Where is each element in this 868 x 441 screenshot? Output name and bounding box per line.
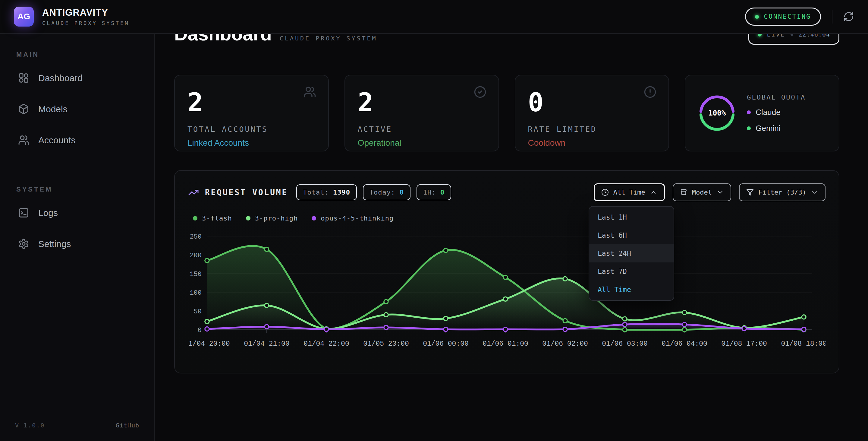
stat-sublabel: Linked Accounts: [187, 138, 315, 148]
stat-sublabel: Cooldown: [528, 138, 656, 148]
sidebar-item-label: Models: [38, 104, 67, 114]
sidebar-item-settings[interactable]: Settings: [11, 232, 143, 256]
quota-label: GLOBAL QUOTA: [747, 93, 806, 101]
chevron-down-icon: [811, 188, 818, 196]
time-range-dropdown-button[interactable]: All Time: [594, 183, 665, 201]
archive-icon: [680, 188, 687, 196]
sidebar-item-label: Dashboard: [38, 73, 83, 83]
stat-label: RATE LIMITED: [528, 125, 656, 134]
sidebar-section-system: SYSTEM: [16, 185, 143, 193]
status-dot: [755, 15, 759, 19]
one-hour-badge: 1H: 0: [416, 184, 451, 200]
sidebar-item-logs[interactable]: Logs: [11, 201, 143, 225]
refresh-button[interactable]: [843, 11, 854, 22]
stat-card-active: 2 ACTIVE Operational: [344, 75, 499, 151]
chart-legend: 3-flash 3-pro-high opus-4-5-thinking: [188, 214, 826, 222]
badge-label: Total:: [303, 188, 329, 196]
svg-text:200: 200: [190, 252, 202, 259]
stat-value: 2: [358, 89, 486, 115]
legend-item-3-flash[interactable]: 3-flash: [193, 214, 232, 222]
legend-item-opus-4-5-thinking[interactable]: opus-4-5-thinking: [312, 214, 394, 222]
check-circle-icon: [474, 86, 487, 99]
topbar: AG ANTIGRAVITY CLAUDE PROXY SYSTEM CONNE…: [0, 0, 868, 34]
status-text: CONNECTING: [764, 13, 811, 20]
sidebar-item-label: Settings: [38, 239, 71, 249]
divider: [832, 10, 832, 24]
menu-item-last-6h[interactable]: Last 6H: [589, 226, 674, 244]
app-logo: AG: [14, 7, 34, 27]
svg-text:01/06 02:00: 01/06 02:00: [542, 340, 588, 348]
svg-text:250: 250: [190, 233, 202, 241]
quota-percent: 100%: [698, 94, 736, 132]
users-icon: [304, 86, 316, 99]
badge-label: Today:: [370, 188, 395, 196]
quota-legend-gemini: Gemini: [747, 124, 806, 133]
connection-status-badge: CONNECTING: [745, 7, 821, 26]
filter-dropdown-button[interactable]: Filter (3/3): [739, 183, 826, 201]
gemini-dot: [747, 126, 751, 130]
grid-icon: [18, 72, 29, 84]
gear-icon: [18, 238, 29, 249]
sidebar-item-dashboard[interactable]: Dashboard: [11, 66, 143, 90]
alert-circle-icon: [644, 86, 656, 99]
chevron-up-icon: [650, 188, 657, 196]
svg-text:01/08 18:00: 01/08 18:00: [781, 340, 826, 348]
chevron-down-icon: [716, 188, 724, 196]
funnel-icon: [746, 188, 754, 196]
time-range-menu: Last 1H Last 6H Last 24H Last 7D All Tim…: [589, 206, 674, 301]
menu-item-last-1h[interactable]: Last 1H: [589, 208, 674, 226]
sidebar-item-label: Accounts: [38, 135, 75, 145]
clock-icon: [601, 188, 609, 196]
sidebar: MAIN Dashboard Models Accounts SYSTEM L: [0, 34, 155, 441]
app-title: ANTIGRAVITY: [42, 7, 129, 18]
svg-text:01/06 04:00: 01/06 04:00: [661, 340, 707, 348]
svg-text:01/06 00:00: 01/06 00:00: [423, 340, 468, 348]
legend-label: 3-flash: [202, 214, 232, 222]
svg-text:50: 50: [194, 308, 202, 316]
time-range-label: All Time: [613, 188, 645, 196]
main-content: Dashboard CLAUDE PROXY SYSTEM LIVE 22:46…: [155, 0, 868, 374]
today-badge: Today: 0: [363, 184, 410, 200]
legend-label: 3-pro-high: [255, 214, 298, 222]
app-version: V 1.0.0: [15, 422, 44, 429]
menu-item-last-24h[interactable]: Last 24H: [589, 244, 674, 262]
sidebar-item-accounts[interactable]: Accounts: [11, 128, 143, 152]
badge-label: 1H:: [423, 188, 436, 196]
stat-value: 2: [187, 89, 315, 115]
menu-item-last-7d[interactable]: Last 7D: [589, 262, 674, 281]
github-link[interactable]: GitHub: [116, 422, 139, 429]
request-volume-line-chart[interactable]: 05010015020025001/04 20:0001/04 21:0001/…: [188, 229, 826, 350]
legend-label: opus-4-5-thinking: [321, 214, 394, 222]
model-label: Model: [692, 188, 712, 196]
series-dot: [312, 216, 316, 220]
svg-text:0: 0: [198, 327, 202, 334]
menu-item-all-time[interactable]: All Time: [589, 281, 674, 299]
stat-label: ACTIVE: [358, 125, 486, 134]
legend-item-3-pro-high[interactable]: 3-pro-high: [246, 214, 298, 222]
terminal-icon: [18, 207, 29, 218]
quota-legend-label: Gemini: [755, 124, 780, 133]
badge-value: 1390: [333, 188, 350, 196]
page-subtitle: CLAUDE PROXY SYSTEM: [280, 35, 377, 42]
svg-text:150: 150: [190, 271, 202, 278]
stat-card-total-accounts: 2 TOTAL ACCOUNTS Linked Accounts: [174, 75, 329, 151]
sidebar-item-models[interactable]: Models: [11, 97, 143, 121]
brand: AG ANTIGRAVITY CLAUDE PROXY SYSTEM: [14, 7, 129, 27]
svg-text:01/04 20:00: 01/04 20:00: [188, 340, 230, 348]
request-volume-card: REQUEST VOLUME Total: 1390 Today: 0 1H: …: [174, 170, 839, 374]
badge-value: 0: [440, 188, 444, 196]
filter-label: Filter (3/3): [758, 188, 806, 196]
svg-text:01/05 23:00: 01/05 23:00: [363, 340, 409, 348]
refresh-icon: [843, 11, 854, 22]
badge-value: 0: [400, 188, 404, 196]
trending-up-icon: [188, 187, 199, 198]
svg-text:01/04 21:00: 01/04 21:00: [244, 340, 289, 348]
chart-title: REQUEST VOLUME: [205, 188, 288, 197]
model-dropdown-button[interactable]: Model: [673, 183, 731, 201]
svg-text:01/06 03:00: 01/06 03:00: [602, 340, 647, 348]
app-subtitle: CLAUDE PROXY SYSTEM: [42, 20, 129, 26]
stat-card-rate-limited: 0 RATE LIMITED Cooldown: [515, 75, 670, 151]
quota-legend-label: Claude: [755, 108, 780, 117]
users-icon: [18, 135, 29, 146]
series-dot: [246, 216, 250, 220]
